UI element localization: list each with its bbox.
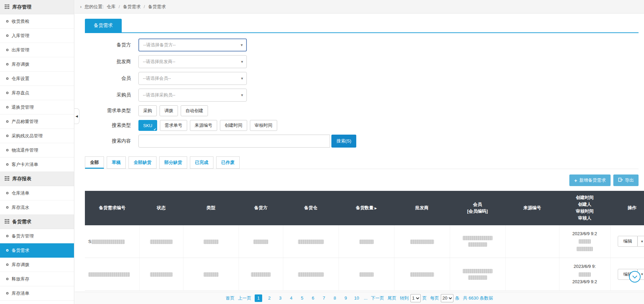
pagination-page-9[interactable]: 9 (342, 294, 349, 302)
edit-dropdown-button[interactable]: ▾ (638, 236, 644, 247)
sidebar-item-stock-flow[interactable]: 库存流水 (0, 200, 74, 215)
col-warehouse: 备货仓 (283, 191, 339, 225)
sort-icon[interactable]: ▶ (375, 207, 377, 210)
search-input[interactable] (138, 135, 330, 148)
cell-status (139, 225, 183, 258)
table-row: 2023/6/9 9: 2023/6/9 9:2 编辑 ▾ (85, 258, 644, 291)
sidebar-item-customer-card-list[interactable]: 客户卡片清单 (0, 157, 74, 172)
cell-type (183, 225, 239, 258)
chevron-down-icon: ▾ (241, 59, 243, 64)
status-tab-all[interactable]: 全部 (85, 156, 104, 169)
status-tab-voided[interactable]: 已作废 (216, 156, 240, 169)
wholesaler-select[interactable]: --请选择批发商-- ▾ (138, 55, 247, 68)
sidebar-item-stock-list[interactable]: 库存清单 (0, 286, 74, 301)
chevron-down-icon: ▾ (241, 43, 243, 47)
status-tab-completed[interactable]: 已完成 (190, 156, 213, 169)
filter-form: 备货方 --请选择备货方-- ▾ 批发商 --请选择批发商-- ▾ 会员 --请… (85, 39, 639, 148)
sidebar-section-inventory-reports[interactable]: 库存报表 (0, 172, 74, 186)
supplier-label: 备货方 (85, 42, 131, 48)
bullet-icon (6, 292, 9, 294)
sidebar-item-logistics-returns[interactable]: 物流退件管理 (0, 143, 74, 157)
search-type-demand-no-button[interactable]: 需求单号 (160, 120, 187, 131)
search-type-audit-time-button[interactable]: 审核时间 (250, 120, 277, 131)
pagination-per-page-select[interactable]: 20 (441, 294, 453, 302)
sidebar-item-label: 出库管理 (12, 47, 29, 53)
add-stocking-demand-button[interactable]: + 新增备货需求 (569, 174, 611, 186)
redacted-text (298, 272, 324, 277)
sidebar-item-label: 库存流水 (12, 204, 29, 211)
wholesaler-label: 批发商 (85, 59, 131, 65)
pagination-page-4[interactable]: 4 (287, 294, 295, 302)
breadcrumb-item-warehouse[interactable]: 仓库 (107, 4, 116, 10)
bullet-icon (6, 120, 9, 123)
pagination-goto-select[interactable]: 1 (410, 294, 421, 302)
pagination-next[interactable]: 下一页 (371, 295, 384, 301)
export-button[interactable]: 导出 (613, 174, 639, 186)
sidebar-item-stocking-demand[interactable]: 备货需求 (0, 243, 74, 258)
supplier-select[interactable]: --请选择备货方-- ▾ (138, 39, 247, 51)
collapse-left-icon: ◀ (76, 115, 78, 118)
status-tab-partial-oos[interactable]: 部分缺货 (159, 156, 187, 169)
demand-type-auto-create-button[interactable]: 自动创建 (181, 105, 208, 116)
sidebar-section-stocking-demand[interactable]: 备货需求 (0, 215, 74, 229)
col-source-no: 来源编号 (505, 191, 559, 225)
status-tabstrip: 全部 草稿 全部缺货 部分缺货 已完成 已作废 (85, 156, 639, 169)
pagination-page-1[interactable]: 1 (255, 294, 262, 302)
table-row: S 2023/6/9 9:2 (85, 225, 644, 258)
sidebar-item-purchase-defectives[interactable]: 采购残次品管理 (0, 129, 74, 143)
sidebar-item-label: 备货方管理 (12, 233, 34, 239)
status-tab-all-oos[interactable]: 全部缺货 (129, 156, 156, 169)
sidebar-item-stocktaking[interactable]: 库存盘点 (0, 86, 74, 100)
search-button[interactable]: 搜索(S) (331, 135, 356, 148)
redacted-text (463, 269, 493, 273)
pagination-page-2[interactable]: 2 (266, 294, 273, 302)
sidebar-item-outbound-mgmt[interactable]: 出库管理 (0, 43, 74, 57)
sidebar-item-receiving-qc[interactable]: 收货质检 (0, 14, 74, 29)
cell-actions: 编辑 ▾ (610, 225, 644, 258)
bullet-icon (6, 20, 9, 22)
redacted-text (298, 240, 324, 244)
demand-type-purchase-button[interactable]: 采购 (138, 105, 157, 116)
pagination-page-7[interactable]: 7 (320, 294, 328, 302)
sidebar-item-product-weighing[interactable]: 产品称重管理 (0, 115, 74, 129)
pagination-page-5[interactable]: 5 (298, 294, 306, 302)
bullet-icon (6, 249, 9, 252)
pagination-last[interactable]: 尾页 (388, 295, 396, 301)
bullet-icon (6, 206, 9, 209)
bullet-icon (6, 149, 9, 151)
search-type-source-no-button[interactable]: 来源编号 (190, 120, 217, 131)
sidebar-section-inventory-mgmt[interactable]: 库存管理 (0, 0, 74, 14)
sidebar-item-stock-transfer[interactable]: 库存调拨 (0, 57, 74, 72)
tab-stocking-demand[interactable]: 备货需求 (85, 19, 122, 32)
bullet-icon (6, 63, 9, 65)
supplier-select-value: --请选择备货方-- (143, 42, 176, 48)
sidebar-item-stock-transfer-2[interactable]: 库存调拨 (0, 258, 74, 272)
sidebar-item-returns-mgmt[interactable]: 退换货管理 (0, 100, 74, 115)
search-type-created-time-button[interactable]: 创建时间 (220, 120, 247, 131)
member-select-value: --请选择会员-- (143, 75, 171, 81)
pagination-page-3[interactable]: 3 (276, 294, 284, 302)
page-tabstrip: 备货需求 (85, 19, 639, 33)
pagination-page-6[interactable]: 6 (309, 294, 317, 302)
search-type-sku-button[interactable]: SKU ✔ (138, 120, 157, 131)
sidebar-item-supplier-mgmt[interactable]: 备货方管理 (0, 229, 74, 243)
member-select[interactable]: --请选择会员-- ▾ (138, 72, 247, 85)
breadcrumb-item-stocking-demand[interactable]: 备货需求 (123, 4, 141, 10)
sidebar-item-release-stock[interactable]: 释放库存 (0, 272, 74, 286)
sidebar-item-warehouse-settings[interactable]: 仓库设置 (0, 72, 74, 86)
pagination-page-10[interactable]: 10 (353, 294, 360, 302)
pagination-prev[interactable]: 上一页 (238, 295, 251, 301)
sidebar-collapse-button[interactable]: ◀ (74, 108, 79, 124)
status-tab-draft[interactable]: 草稿 (107, 156, 126, 169)
edit-button[interactable]: 编辑 (618, 236, 638, 247)
pagination-page-8[interactable]: 8 (331, 294, 339, 302)
buyer-select[interactable]: --请选择采购员-- ▾ (138, 89, 247, 102)
demand-type-transfer-button[interactable]: 调拨 (160, 105, 178, 116)
sidebar-item-inbound-mgmt[interactable]: 入库管理 (0, 29, 74, 43)
sidebar-item-warehouse-list[interactable]: 仓库清单 (0, 186, 74, 200)
scroll-down-button[interactable] (629, 271, 641, 283)
table-header-row: 备货需求编号 状态 类型 备货方 备货仓 备货数量▶ 批发商 会员 [会员编码]… (85, 191, 644, 225)
redacted-text (204, 272, 219, 277)
redacted-text (150, 272, 173, 277)
pagination-first[interactable]: 首页 (226, 295, 235, 301)
